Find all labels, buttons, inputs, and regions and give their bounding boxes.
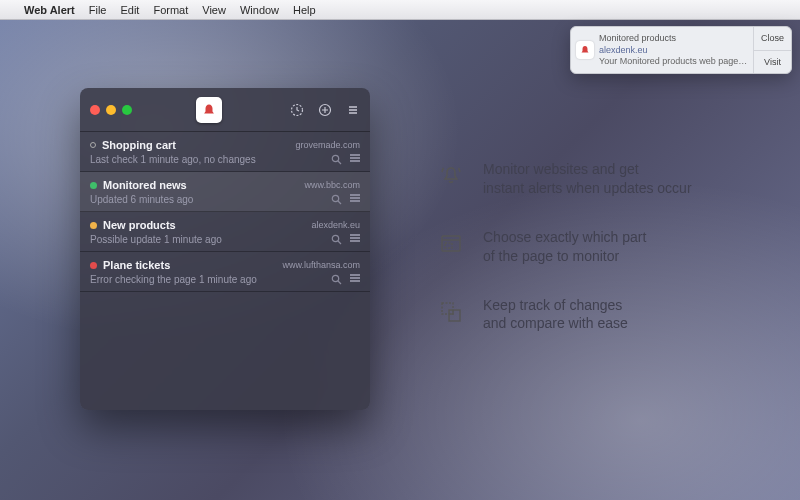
list-icon[interactable] bbox=[350, 154, 360, 165]
menu-edit[interactable]: Edit bbox=[120, 4, 139, 16]
selection-icon bbox=[437, 230, 465, 258]
notification-banner: Monitored products alexdenk.eu Your Moni… bbox=[570, 26, 792, 74]
title-bar bbox=[80, 88, 370, 132]
feature-line: and compare with ease bbox=[483, 314, 628, 333]
search-icon[interactable] bbox=[331, 154, 342, 165]
notification-message: Your Monitored products web page wa... bbox=[599, 56, 749, 68]
history-icon[interactable] bbox=[290, 103, 304, 117]
feature-line: Choose exactly which part bbox=[483, 229, 646, 245]
notification-body: Monitored products alexdenk.eu Your Moni… bbox=[599, 27, 753, 73]
entry-status: Error checking the page 1 minute ago bbox=[90, 274, 257, 285]
svg-point-2 bbox=[332, 155, 338, 161]
status-dot-icon bbox=[90, 222, 97, 229]
monitor-entry[interactable]: New productsalexdenk.euPossible update 1… bbox=[80, 212, 370, 252]
monitor-entry[interactable]: Shopping cartgrovemade.comLast check 1 m… bbox=[80, 132, 370, 172]
monitor-entry[interactable]: Monitored newswww.bbc.comUpdated 6 minut… bbox=[80, 172, 370, 212]
status-dot-icon bbox=[90, 182, 97, 189]
notification-subtitle: alexdenk.eu bbox=[599, 45, 749, 57]
entry-status: Updated 6 minutes ago bbox=[90, 194, 193, 205]
menu-view[interactable]: View bbox=[202, 4, 226, 16]
menu-window[interactable]: Window bbox=[240, 4, 279, 16]
entry-title: Monitored news bbox=[103, 179, 187, 191]
svg-rect-9 bbox=[449, 310, 460, 321]
list-icon[interactable] bbox=[350, 234, 360, 245]
window-close-button[interactable] bbox=[90, 105, 100, 115]
svg-point-4 bbox=[332, 235, 338, 241]
feature-line: of the page to monitor bbox=[483, 247, 646, 266]
app-name[interactable]: Web Alert bbox=[24, 4, 75, 16]
svg-point-3 bbox=[332, 195, 338, 201]
status-dot-icon bbox=[90, 142, 96, 148]
svg-point-5 bbox=[332, 275, 338, 281]
feature-line: Keep track of changes bbox=[483, 297, 622, 313]
search-icon[interactable] bbox=[331, 194, 342, 205]
entry-status: Last check 1 minute ago, no changes bbox=[90, 154, 256, 165]
traffic-lights bbox=[90, 105, 132, 115]
search-icon[interactable] bbox=[331, 234, 342, 245]
compare-icon bbox=[437, 298, 465, 326]
add-icon[interactable] bbox=[318, 103, 332, 117]
feature-item: Monitor websites and get instant alerts … bbox=[437, 160, 777, 198]
menu-help[interactable]: Help bbox=[293, 4, 316, 16]
entry-domain: www.lufthansa.com bbox=[282, 260, 360, 270]
entry-domain: grovemade.com bbox=[295, 140, 360, 150]
notification-title: Monitored products bbox=[599, 33, 749, 45]
entry-title: Plane tickets bbox=[103, 259, 170, 271]
svg-rect-8 bbox=[442, 303, 453, 314]
search-icon[interactable] bbox=[331, 274, 342, 285]
entry-title: Shopping cart bbox=[102, 139, 176, 151]
menu-file[interactable]: File bbox=[89, 4, 107, 16]
list-icon[interactable] bbox=[350, 194, 360, 205]
bell-icon bbox=[437, 162, 465, 190]
menu-icon[interactable] bbox=[346, 103, 360, 117]
monitor-entry[interactable]: Plane ticketswww.lufthansa.comError chec… bbox=[80, 252, 370, 292]
svg-rect-7 bbox=[445, 243, 452, 248]
entry-domain: www.bbc.com bbox=[304, 180, 360, 190]
notification-close-button[interactable]: Close bbox=[754, 27, 791, 51]
feature-item: Keep track of changes and compare with e… bbox=[437, 296, 777, 334]
app-logo-icon bbox=[196, 97, 222, 123]
notification-app-icon bbox=[571, 27, 599, 73]
entry-title: New products bbox=[103, 219, 176, 231]
feature-line: instant alerts when updates occur bbox=[483, 179, 692, 198]
notification-visit-button[interactable]: Visit bbox=[754, 51, 791, 74]
list-icon[interactable] bbox=[350, 274, 360, 285]
status-dot-icon bbox=[90, 262, 97, 269]
entry-status: Possible update 1 minute ago bbox=[90, 234, 222, 245]
menu-format[interactable]: Format bbox=[153, 4, 188, 16]
feature-list: Monitor websites and get instant alerts … bbox=[437, 160, 777, 363]
entry-domain: alexdenk.eu bbox=[311, 220, 360, 230]
svg-rect-6 bbox=[442, 236, 460, 251]
window-zoom-button[interactable] bbox=[122, 105, 132, 115]
window-minimize-button[interactable] bbox=[106, 105, 116, 115]
feature-item: Choose exactly which part of the page to… bbox=[437, 228, 777, 266]
app-window: Shopping cartgrovemade.comLast check 1 m… bbox=[80, 88, 370, 410]
feature-line: Monitor websites and get bbox=[483, 161, 639, 177]
menu-bar: Web Alert File Edit Format View Window H… bbox=[0, 0, 800, 20]
